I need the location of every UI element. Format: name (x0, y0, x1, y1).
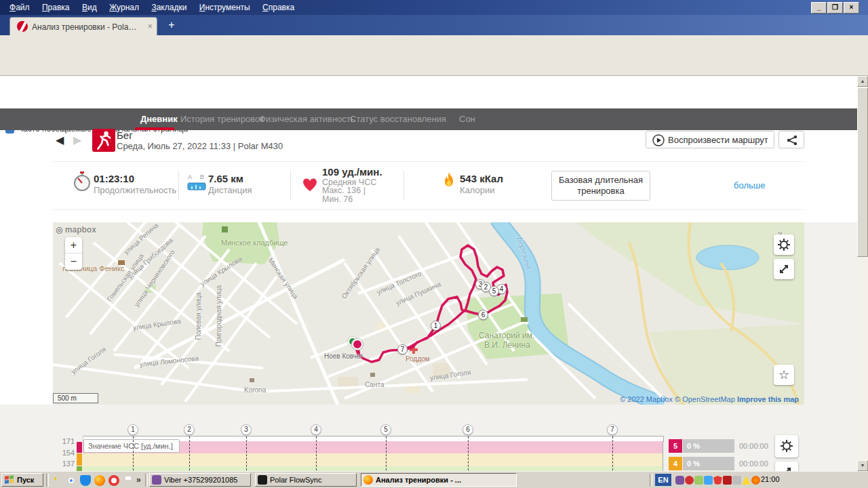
subnav-recovery-status[interactable]: Статус восстановления (350, 114, 446, 124)
prev-training-button[interactable]: ◀ (56, 134, 64, 146)
menu-bookmarks[interactable]: Закладки (151, 3, 186, 12)
restore-button[interactable]: ❐ (827, 2, 843, 14)
divider (145, 474, 148, 487)
device-tray-icon[interactable] (732, 476, 741, 485)
language-indicator[interactable]: EN (655, 474, 671, 486)
viber-icon (152, 475, 161, 485)
subnav-diary[interactable]: Дневник (140, 114, 178, 124)
menu-file[interactable]: Файл (9, 3, 30, 12)
flame-icon (442, 171, 456, 193)
minimize-button[interactable]: _ (811, 2, 827, 14)
quick-launch-overflow[interactable]: » (136, 475, 141, 485)
taskbar-clock: 21:00 (761, 475, 780, 483)
antivirus-tray-icon[interactable] (751, 476, 760, 485)
distance-b-label: В (200, 174, 204, 180)
more-link[interactable]: больше (734, 180, 765, 190)
start-label: Пуск (17, 476, 34, 484)
route-map[interactable]: Минское кладбищегостиница Фениксулица Ре… (53, 222, 804, 405)
duration-value: 01:23:10 (94, 173, 134, 184)
menu-edit[interactable]: Правка (42, 3, 70, 12)
hr-max-min: Макс. 136 | Мин. 76 (322, 186, 380, 204)
firefox-icon (363, 475, 373, 485)
tab-training-analysis[interactable]: Анализ тренировки - Polar F... × (9, 17, 157, 35)
opera-quicklaunch-icon[interactable] (108, 475, 119, 486)
route-km-marker: 1 (431, 321, 441, 331)
firefox-quicklaunch-icon[interactable] (94, 475, 105, 486)
mapbox-logo[interactable]: ◎ mapbox (56, 225, 96, 235)
menu-history[interactable]: Журнал (109, 3, 139, 12)
chart-section-background (0, 405, 857, 471)
map-zoom-control[interactable]: + − (65, 237, 82, 270)
scroll-up-button[interactable]: ▲ (857, 76, 868, 87)
map-street-label: Korona (244, 386, 266, 394)
notes-tray-icon[interactable] (694, 476, 703, 485)
map-canvas (53, 222, 804, 405)
attribution-text[interactable]: © 2022 Mapbox © OpenStreetMap (620, 395, 735, 403)
map-attribution: © 2022 Mapbox © OpenStreetMap Improve th… (620, 395, 799, 403)
map-street-label: Санта (365, 381, 384, 388)
tab-close-icon[interactable]: × (147, 21, 153, 31)
close-button[interactable]: × (844, 2, 859, 14)
messenger-tray-icon[interactable] (704, 476, 713, 485)
calories-value: 543 кКал (460, 173, 503, 184)
scroll-down-button[interactable]: ▼ (857, 460, 868, 471)
subnav-activity[interactable]: Физическая активность (259, 114, 355, 124)
sub-navigation: Дневник История тренировок Физическая ак… (0, 108, 857, 130)
taskbar-button[interactable]: Анализ тренировки - ... (361, 473, 517, 487)
new-tab-button[interactable]: + (163, 19, 180, 33)
taskbar-button-label: Viber +375299201085 (164, 476, 248, 484)
workout-type-badge: Базовая длительная тренировка (551, 171, 650, 201)
tab-bar: Анализ тренировки - Polar F... × + (0, 15, 868, 35)
divider (46, 474, 49, 487)
warning-tray-icon[interactable] (742, 476, 751, 485)
subnav-sleep[interactable]: Сон (459, 114, 475, 124)
divider (290, 171, 291, 201)
distance-ruler-icon (187, 182, 206, 191)
map-street-label: Санаторий им. (479, 331, 534, 340)
zoom-out-button[interactable]: − (65, 253, 82, 269)
share-button[interactable] (778, 131, 804, 148)
running-sport-icon (92, 129, 115, 152)
share-icon (786, 134, 798, 146)
site-header: PLAR. FLOW ДНЕВНИК ОТЧЕТЫ СООБЩЕСТВО ПРО… (0, 76, 857, 108)
play-route-label: Воспроизвести маршрут (668, 135, 768, 145)
viber-tray-icon[interactable] (675, 476, 684, 485)
map-settings-button[interactable] (774, 235, 794, 255)
desktop: Файл Правка Вид Журнал Закладки Инструме… (0, 0, 868, 488)
flash-tray-icon[interactable] (723, 476, 732, 485)
route-km-marker: 7 (397, 344, 408, 354)
taskbar-button[interactable]: Polar FlowSync (255, 473, 357, 487)
map-favorite-button[interactable]: ☆ (774, 365, 794, 385)
distance-label: Дистанция (208, 185, 252, 195)
menu-tools[interactable]: Инструменты (199, 3, 250, 12)
play-route-button[interactable]: Воспроизвести маршрут (646, 131, 774, 148)
windows-logo-icon (5, 475, 14, 485)
play-icon (652, 134, 665, 146)
polar-favicon-icon (17, 21, 28, 32)
next-training-button[interactable]: ▶ (73, 134, 81, 146)
divider (403, 171, 404, 201)
taskbar-button-label: Polar FlowSync (270, 476, 353, 484)
training-sport-title: Бег (117, 129, 133, 141)
zoom-in-button[interactable]: + (65, 237, 82, 253)
navigation-toolbar: ← ⓘ https://flow.polar.com/training/anal… (0, 35, 868, 61)
menu-help[interactable]: Справка (262, 3, 294, 12)
update-tray-icon[interactable] (685, 476, 694, 485)
map-street-label: Минское кладбище (221, 239, 288, 247)
start-button[interactable]: Пуск (1, 473, 43, 487)
map-fullscreen-button[interactable] (774, 259, 794, 279)
map-street-label: Ноев Ковчег (324, 352, 363, 360)
active-subnav-underline (135, 127, 174, 130)
antivirus-quicklaunch-icon[interactable] (80, 475, 91, 486)
improve-map-link[interactable]: Improve this map (737, 395, 799, 403)
taskbar-button[interactable]: Viber +375299201085 (149, 473, 251, 487)
menu-view[interactable]: Вид (82, 3, 97, 12)
gear-icon (776, 237, 792, 253)
scrollbar-thumb[interactable] (857, 87, 868, 257)
page-margin (804, 222, 857, 405)
route-km-marker: 5 (489, 286, 499, 296)
subnav-training-history[interactable]: История тренировок (180, 114, 264, 124)
shield-tray-icon[interactable] (713, 476, 722, 485)
chart-settings-button[interactable] (775, 435, 798, 458)
divider (650, 474, 652, 487)
